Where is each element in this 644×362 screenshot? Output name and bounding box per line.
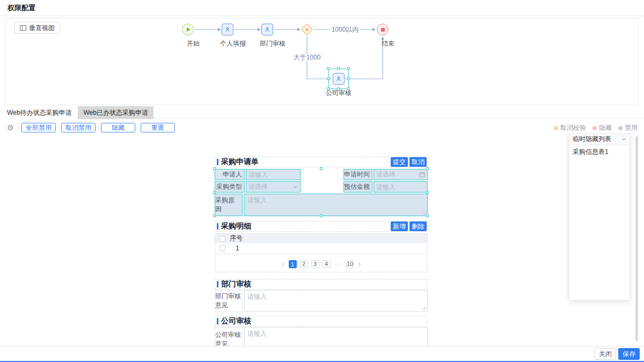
apply-time-placeholder: 请选择 [376,170,419,179]
page-tabbar: Web待办状态采购申请 Web已办状态采购申请 [0,106,644,119]
apply-time-field[interactable]: 请选择 [374,169,428,180]
purchase-reason-label: 采购原因 [215,194,243,216]
purchase-request-fields-group[interactable]: 申请人 申请时间 请选择 采购类型 请选择 预估金额 采购原因 [215,169,428,216]
page-button-10[interactable]: 10 [346,260,354,268]
hide-button[interactable]: 隐藏 [101,123,135,132]
group-handle[interactable] [426,167,429,170]
page-button-3[interactable]: 3 [311,260,319,268]
node-label-dept: 部门审核 [251,39,294,48]
group-handle[interactable] [213,167,216,170]
gray-dot-icon [618,126,623,130]
section-title: 采购申请单 [221,157,259,167]
section-title: 部门审核 [221,279,251,289]
workflow-canvas[interactable]: 垂直视图 [5,18,639,105]
flow-node-end[interactable] [377,24,389,35]
section-purchase-request-header[interactable]: 采购申请单 提交 取消 [215,157,428,167]
edge-label-within-limit: 1000以内 [330,26,360,33]
next-page-arrow[interactable]: › [357,260,362,268]
prev-page-arrow[interactable]: ‹ [281,260,286,268]
serial-column-header: 序号 [230,234,243,243]
section-title: 公司审核 [221,316,251,326]
resize-grip-icon[interactable] [422,306,427,311]
selection-handle[interactable] [327,67,330,70]
flow-node-start[interactable] [182,24,194,35]
purchase-type-select[interactable]: 请选择 [246,181,301,193]
legend-cancel-validation: 取消校验 [554,123,586,132]
hidden-panel-header[interactable]: 临时隐藏列表 [569,134,630,145]
group-handle[interactable] [426,191,429,194]
company-opinion-label: 公司审核意见 [215,327,243,346]
add-row-button[interactable]: 新增 [391,221,408,231]
applicant-input[interactable] [248,171,298,179]
close-button[interactable]: 关闭 [595,348,616,360]
row-checkbox[interactable] [219,245,225,251]
hidden-list-item[interactable]: 采购信息表1 [569,145,630,158]
flow-node-company-review[interactable] [333,73,345,85]
reset-button[interactable]: 重置 [141,123,175,132]
group-handle[interactable] [213,191,216,194]
edge-label-over-limit: 大于1000 [292,54,322,61]
cancel-button[interactable]: 取消 [409,157,427,167]
purchase-type-placeholder: 请选择 [248,182,293,191]
purchase-reason-field[interactable] [244,194,428,216]
page-ellipsis[interactable]: ··· [334,260,343,268]
select-all-checkbox[interactable] [219,235,225,241]
save-button[interactable]: 保存 [618,348,640,360]
gateway-x-icon: × [301,24,313,35]
section-accent-bar [217,281,218,287]
dialog-header: 权限配置 [0,0,644,16]
vertical-scrollbar[interactable] [635,136,638,341]
submit-button[interactable]: 提交 [391,157,408,167]
page-button-2[interactable]: 2 [300,260,308,268]
dialog-footer: 关闭 保存 [0,346,644,361]
form-preview-area: 采购申请单 提交 取消 申请人 申请时间 请选择 采购类型 请选择 [0,133,644,346]
chevron-down-icon [621,137,626,142]
company-opinion-textarea[interactable] [245,328,427,346]
section-accent-bar [217,159,218,165]
estimated-amount-input[interactable] [376,183,425,191]
section-company-review-header[interactable]: 公司审核 [215,316,428,327]
purchase-type-label: 采购类型 [215,181,245,193]
selection-handle[interactable] [327,77,330,80]
disable-all-button[interactable]: 全部禁用 [21,123,56,132]
applicant-field[interactable] [246,169,301,180]
page-button-1[interactable]: 1 [289,260,297,268]
section-dept-review-header[interactable]: 部门审核 [215,279,428,290]
group-handle[interactable] [213,215,216,217]
pink-dot-icon [592,126,597,130]
purchase-detail-table[interactable]: 序号 1 ‹ 1 2 3 4 ··· 10 › [215,233,428,272]
delete-row-button[interactable]: 删除 [409,221,427,231]
pagination: ‹ 1 2 3 4 ··· 10 › [215,256,427,272]
cancel-disable-button[interactable]: 取消禁用 [61,123,96,132]
legend-hidden: 隐藏 [592,123,612,132]
selection-handle[interactable] [347,67,350,70]
tab-web-done-purchase[interactable]: Web已办状态采购申请 [78,106,153,119]
dept-opinion-field[interactable] [244,290,428,312]
dept-opinion-textarea[interactable] [245,291,427,311]
table-row[interactable]: 1 [215,243,427,254]
gear-icon[interactable]: ⚙ [7,123,14,132]
page-button-4[interactable]: 4 [323,260,331,268]
selection-handle[interactable] [337,67,340,70]
calendar-icon [419,172,425,178]
node-label-end: 结束 [367,39,409,48]
dept-opinion-label: 部门审核意见 [215,290,243,312]
purchase-reason-textarea[interactable] [245,194,427,216]
section-accent-bar [217,318,218,324]
flow-node-gateway[interactable]: × [301,24,313,35]
flow-node-dept-review[interactable] [261,24,273,35]
section-purchase-detail-header[interactable]: 采购明细 新增 删除 [215,221,428,232]
group-handle[interactable] [320,215,323,217]
group-handle[interactable] [320,167,323,170]
selection-handle[interactable] [347,77,350,80]
estimated-amount-field[interactable] [374,181,428,193]
chevron-down-icon [293,184,298,189]
group-handle[interactable] [426,215,429,217]
legend-disabled: 禁用 [618,123,638,132]
status-legend: 取消校验 隐藏 禁用 [554,123,638,132]
tab-web-todo-purchase[interactable]: Web待办状态采购申请 [2,106,77,119]
flow-node-personal-fill[interactable] [222,24,233,35]
user-icon [264,26,270,33]
estimated-amount-label: 预估金额 [343,181,372,193]
company-opinion-field[interactable] [244,327,428,346]
